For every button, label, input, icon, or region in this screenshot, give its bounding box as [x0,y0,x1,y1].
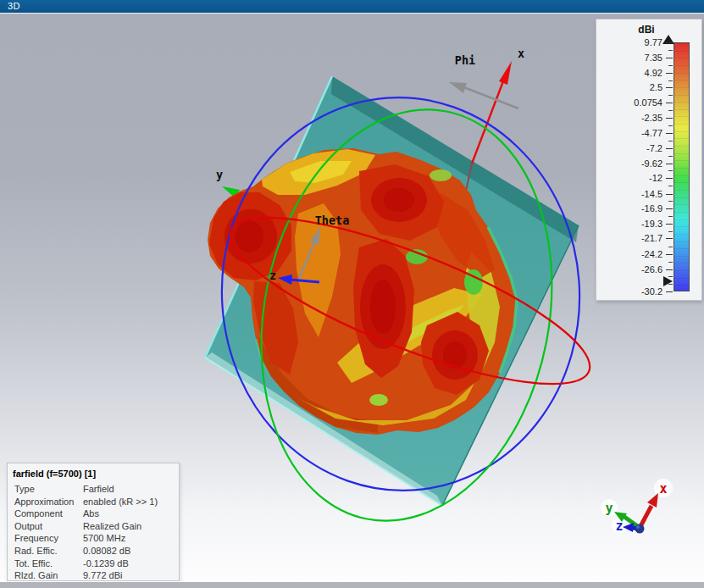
info-row-value: -0.1239 dB [83,557,179,570]
colorbar-tick: -24.2 [596,249,662,259]
colorbar-tick: -16.9 [596,203,662,214]
colorbar-tick: -30.2 [596,286,662,297]
info-row-value: Abs [83,508,179,520]
triad-y-label: y [605,501,613,516]
info-row-label: Type [8,483,83,496]
colorbar-tick: -26.6 [596,264,662,275]
info-row-label: Output [8,520,83,533]
colorbar [674,42,690,291]
colorbar-tick: -9.62 [596,158,662,169]
info-row: Output Realized Gain [8,520,179,533]
info-row-label: Approximation [8,496,83,508]
info-row: Rlzd. Gain 9.772 dBi [8,569,179,582]
colorbar-tick: -19.3 [596,219,662,229]
z-axis-label: z [269,269,276,282]
legend-body: 9.777.354.922.50.0754-2.35-4.77-7.2-9.62… [596,19,701,300]
info-row-value: 0.08082 dB [83,545,179,557]
info-row: Component Abs [8,508,179,520]
info-row-label: Frequency [8,532,83,545]
view-titlebar[interactable]: 3D [0,0,704,14]
info-row: Approximation enabled (kR >> 1) [8,496,179,508]
info-row: Rad. Effic. 0.08082 dB [8,545,179,557]
info-row-value: Realized Gain [83,520,179,533]
colorbar-tick: -21.7 [596,233,662,243]
colorbar-tick: 7.35 [596,53,662,63]
bottom-scroll-strip[interactable] [0,581,704,588]
info-rows: Type Farfield Approximation enabled (kR … [8,483,179,582]
view-title: 3D [8,1,20,11]
legend-min-marker [663,276,673,286]
triad-origin [635,524,645,534]
colorbar-tick: -4.77 [596,128,662,138]
phi-axis-label: Phi [455,53,475,67]
info-row-value: 5700 MHz [83,532,179,545]
info-row: Type Farfield [8,483,179,496]
cst-3d-result-window: 3D [0,0,704,588]
triad-x-label: x [659,481,667,496]
colorbar-legend: dBi 9.777.354.922.50.0754-2.35-4.77-7.2-… [596,19,702,301]
info-row-label: Rad. Effic. [8,545,83,557]
colorbar-tick: -14.5 [596,189,662,199]
info-row: Tot. Effic. -0.1239 dB [8,557,179,570]
colorbar-tick: 0.0754 [596,97,662,108]
triad-z-label: z [615,519,623,534]
x-axis-label: x [518,47,524,60]
info-row-value: Farfield [83,483,179,496]
info-row-value: enabled (kR >> 1) [83,496,179,508]
info-row-label: Tot. Effic. [8,557,83,570]
colorbar-tick: -2.35 [596,113,662,123]
orientation-triad[interactable]: x y z [601,479,673,534]
colorbar-tick: 2.5 [596,82,662,92]
colorbar-tick: 9.77 [596,37,662,47]
triad-x-arrowhead [647,493,658,508]
colorbar-tick: -12 [596,173,662,183]
farfield-info-panel: farfield (f=5700) [1] Type Farfield Appr… [7,463,180,581]
colorbar-tick: 4.92 [596,68,662,78]
info-row-label: Component [8,508,83,520]
colorbar-tick: -7.2 [596,143,662,153]
info-row-label: Rlzd. Gain [8,569,83,582]
phi-arrow [449,82,518,108]
info-row: Frequency 5700 MHz [8,532,179,545]
info-row-value: 9.772 dBi [83,569,179,582]
info-panel-title: farfield (f=5700) [1] [13,469,179,479]
theta-axis-label: Theta [315,214,350,227]
y-axis-label: y [216,168,223,181]
